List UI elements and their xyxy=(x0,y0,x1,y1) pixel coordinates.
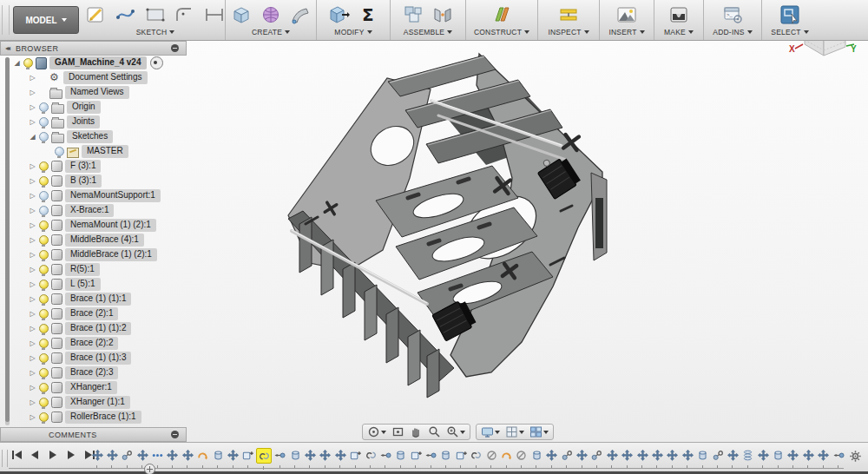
go-to-start-button[interactable] xyxy=(10,449,23,461)
browser-item-nemamountsupport-1[interactable]: ▷NemaMountSupport:1 xyxy=(12,188,186,203)
press-pull-icon[interactable] xyxy=(326,2,352,28)
expander-icon[interactable]: ▷ xyxy=(28,310,37,318)
fit-icon[interactable] xyxy=(444,425,467,438)
timeline-asbuilt-feature-icon[interactable] xyxy=(424,448,438,462)
browser-item-r-5-1[interactable]: ▷R(5):1 xyxy=(12,262,186,277)
orbit-icon[interactable] xyxy=(365,425,388,438)
timeline-asbuilt-feature-icon[interactable] xyxy=(378,448,392,462)
browser-item-brace-1-1-3[interactable]: ▷Brace (1) (1):3 xyxy=(12,351,186,365)
group-label-addins[interactable]: ADD-INS xyxy=(713,28,752,36)
timeline-move-feature-icon[interactable] xyxy=(105,448,119,462)
step-back-button[interactable] xyxy=(29,449,41,461)
timeline-component-feature-icon[interactable] xyxy=(349,448,363,462)
group-label-insert[interactable]: INSERT xyxy=(608,28,644,36)
expander-icon[interactable]: ▷ xyxy=(28,413,37,421)
browser-item-middlebrace-1-2-1[interactable]: ▷MiddleBrace (1) (2):1 xyxy=(12,247,186,262)
activate-component-radio[interactable] xyxy=(150,56,163,69)
timeline-jointb-feature-icon[interactable] xyxy=(711,448,725,462)
expander-icon[interactable]: ▷ xyxy=(28,266,37,273)
visibility-bulb-icon[interactable] xyxy=(39,309,49,319)
timeline-component-feature-icon[interactable] xyxy=(409,448,423,462)
visibility-bulb-icon[interactable] xyxy=(39,294,49,304)
timeline-jorange-feature-icon[interactable] xyxy=(500,448,514,462)
browser-item-b-3-1[interactable]: ▷B (3):1 xyxy=(12,174,186,188)
expander-icon[interactable]: ▷ xyxy=(28,251,37,259)
visibility-bulb-icon[interactable] xyxy=(39,398,49,407)
fillet-icon[interactable] xyxy=(172,2,198,28)
workspace-switcher[interactable]: MODEL xyxy=(13,6,79,34)
timeline-move-feature-icon[interactable] xyxy=(635,448,649,462)
scripts-addins-icon[interactable]: >_ xyxy=(720,2,746,28)
new-component-icon[interactable] xyxy=(400,2,426,28)
timeline-move-feature-icon[interactable] xyxy=(319,448,332,462)
browser-item-middlebrace-4-1[interactable]: ▷MiddleBrace (4):1 xyxy=(12,233,186,247)
visibility-bulb-icon[interactable] xyxy=(39,412,49,422)
timeline-body-feature-icon[interactable] xyxy=(529,448,543,462)
group-label-make[interactable]: MAKE xyxy=(664,28,694,36)
expander-icon[interactable]: ▷ xyxy=(28,162,37,170)
timeline-body-feature-icon[interactable] xyxy=(696,448,710,462)
expander-icon[interactable]: ▷ xyxy=(28,295,37,303)
timeline-asbuilt-feature-icon[interactable] xyxy=(832,448,845,462)
comments-options-icon[interactable] xyxy=(171,431,179,438)
expander-icon[interactable]: ▷ xyxy=(28,103,37,111)
expander-icon[interactable]: ▷ xyxy=(28,339,37,347)
timeline-move-feature-icon[interactable] xyxy=(575,448,589,462)
timeline-link-feature-icon[interactable] xyxy=(484,448,498,462)
timeline-body-feature-icon[interactable] xyxy=(772,448,786,462)
timeline-jorange-feature-icon[interactable] xyxy=(196,448,210,462)
group-label-sketch[interactable]: SKETCH xyxy=(136,28,175,36)
visibility-bulb-icon[interactable] xyxy=(39,250,49,260)
visibility-bulb-icon[interactable] xyxy=(39,383,49,392)
visibility-bulb-icon[interactable] xyxy=(39,221,49,230)
create-form-icon[interactable] xyxy=(258,2,284,28)
browser-item-brace-2-1[interactable]: ▷Brace (2):1 xyxy=(12,306,186,321)
visibility-bulb-icon[interactable] xyxy=(39,280,49,289)
parameters-icon[interactable]: Σ xyxy=(355,2,381,28)
browser-item-brace-2-2[interactable]: ▷Brace (2):2 xyxy=(12,336,186,351)
timeline-joint-feature-icon[interactable] xyxy=(256,448,272,464)
browser-item-xhanger-1-1[interactable]: ▷XHanger (1):1 xyxy=(12,395,186,410)
step-forward-button[interactable] xyxy=(65,449,77,461)
grid-settings-icon[interactable] xyxy=(503,425,526,438)
dimension-icon[interactable] xyxy=(201,2,227,28)
timeline-body-feature-icon[interactable] xyxy=(394,448,408,462)
timeline-joint-feature-icon[interactable] xyxy=(470,448,483,462)
browser-item-xhanger-1[interactable]: ▷XHanger:1 xyxy=(12,380,186,395)
expander-icon[interactable]: ▷ xyxy=(28,384,37,392)
visibility-bulb-icon[interactable] xyxy=(39,235,49,245)
timeline-move-feature-icon[interactable] xyxy=(817,448,831,462)
group-label-inspect[interactable]: INSPECT xyxy=(548,28,589,36)
joint-icon[interactable] xyxy=(430,2,456,28)
canvas-image-icon[interactable] xyxy=(614,2,640,28)
browser-item-f-3-1[interactable]: ▷F (3):1 xyxy=(12,159,186,174)
expander-icon[interactable]: ▷ xyxy=(28,236,37,244)
timeline-asbuilt-feature-icon[interactable] xyxy=(273,448,287,462)
expander-icon[interactable]: ▷ xyxy=(28,398,37,406)
timeline-move-feature-icon[interactable] xyxy=(801,448,815,462)
timeline-move-feature-icon[interactable] xyxy=(681,448,694,462)
timeline-move-feature-icon[interactable] xyxy=(650,448,664,462)
timeline-move-feature-icon[interactable] xyxy=(621,448,635,462)
group-label-construct[interactable]: CONSTRUCT xyxy=(474,28,529,36)
spline-icon[interactable] xyxy=(113,2,139,28)
group-label-modify[interactable]: MODIFY xyxy=(334,28,372,36)
timeline-settings-gear-icon[interactable] xyxy=(849,450,862,466)
timeline-move-feature-icon[interactable] xyxy=(605,448,619,462)
comments-panel[interactable]: COMMENTS xyxy=(0,427,187,442)
visibility-bulb-icon[interactable] xyxy=(39,191,49,201)
timeline-move-feature-icon[interactable] xyxy=(786,448,800,462)
browser-item-master[interactable]: MASTER xyxy=(12,144,186,159)
timeline-move-feature-icon[interactable] xyxy=(90,448,104,462)
browser-scrollbar[interactable] xyxy=(5,57,10,425)
timeline-move-feature-icon[interactable] xyxy=(166,448,180,462)
expander-icon[interactable]: ▷ xyxy=(28,89,37,96)
timeline-move-feature-icon[interactable] xyxy=(181,448,194,462)
browser-item-brace-1-1-2[interactable]: ▷Brace (1) (1):2 xyxy=(12,321,186,336)
zoom-icon[interactable] xyxy=(426,425,443,438)
browser-item-named-views[interactable]: ▷Named Views xyxy=(12,85,186,100)
visibility-bulb-icon[interactable] xyxy=(39,176,49,186)
timeline-ruler[interactable] xyxy=(9,468,844,469)
toolbar-grip[interactable] xyxy=(2,5,10,35)
visibility-bulb-icon[interactable] xyxy=(39,353,49,363)
